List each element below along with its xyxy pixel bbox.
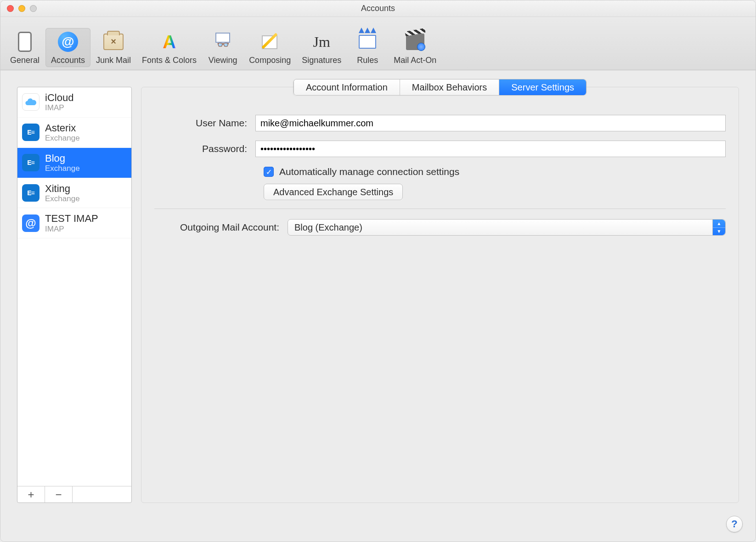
fonts-colors-icon: A (158, 31, 181, 53)
auto-manage-row[interactable]: ✓ Automatically manage connection settin… (264, 166, 726, 177)
zoom-window-button[interactable] (30, 5, 37, 12)
password-label: Password: (154, 143, 255, 154)
toolbar-label: Mail Act-On (394, 56, 436, 65)
toolbar-label: Rules (357, 56, 378, 65)
auto-manage-label: Automatically manage connection settings (279, 166, 459, 177)
preferences-toolbar: General @ Accounts Junk Mail A Fonts & C… (0, 17, 756, 70)
section-divider (154, 209, 726, 209)
password-input[interactable] (255, 141, 726, 157)
outgoing-label: Outgoing Mail Account: (154, 222, 288, 233)
toolbar-composing[interactable]: Composing (243, 28, 296, 67)
password-row: Password: (154, 141, 726, 157)
account-text: TEST IMAPIMAP (45, 213, 98, 233)
account-text: AsterixExchange (45, 122, 80, 143)
toolbar-label: Fonts & Colors (142, 56, 197, 65)
account-type: IMAP (45, 103, 73, 113)
toolbar-mail-act-on[interactable]: Mail Act-On (388, 28, 442, 67)
account-item-test-imap[interactable]: @TEST IMAPIMAP (17, 208, 131, 238)
account-text: iCloudIMAP (45, 92, 73, 113)
username-label: User Name: (154, 118, 255, 129)
sidebar-footer: + − (17, 486, 131, 502)
icloud-icon (22, 93, 39, 111)
minimize-window-button[interactable] (18, 5, 25, 12)
at-icon: @ (22, 215, 39, 232)
close-window-button[interactable] (7, 5, 14, 12)
account-type: Exchange (45, 164, 80, 173)
remove-account-button[interactable]: − (45, 486, 73, 502)
toolbar-viewing[interactable]: 👓 Viewing (202, 28, 243, 67)
sidebar-footer-spacer (73, 486, 131, 502)
general-icon (14, 31, 36, 53)
auto-manage-checkbox[interactable]: ✓ (264, 167, 274, 177)
accounts-list: iCloudIMAPE≡AsterixExchangeE≡BlogExchang… (17, 87, 131, 486)
accounts-sidebar: iCloudIMAPE≡AsterixExchangeE≡BlogExchang… (17, 87, 132, 503)
toolbar-accounts[interactable]: @ Accounts (45, 28, 90, 67)
username-input[interactable] (255, 115, 726, 131)
advanced-exchange-settings-button[interactable]: Advanced Exchange Settings (264, 184, 403, 200)
account-type: IMAP (45, 225, 98, 234)
toolbar-label: Junk Mail (96, 56, 131, 65)
account-name: iCloud (45, 92, 73, 103)
account-text: XitingExchange (45, 183, 80, 203)
account-name: Asterix (45, 122, 80, 134)
preferences-window: Accounts General @ Accounts Junk Mail A … (0, 0, 756, 542)
account-text: BlogExchange (45, 152, 80, 173)
toolbar-junk-mail[interactable]: Junk Mail (90, 28, 136, 67)
toolbar-fonts-colors[interactable]: A Fonts & Colors (136, 28, 202, 67)
select-stepper-icon: ▲▼ (712, 220, 725, 235)
toolbar-label: General (10, 56, 39, 65)
window-title: Accounts (0, 4, 756, 13)
content-area: iCloudIMAPE≡AsterixExchangeE≡BlogExchang… (0, 70, 756, 542)
account-item-blog[interactable]: E≡BlogExchange (17, 148, 131, 178)
account-name: Xiting (45, 183, 80, 194)
account-name: Blog (45, 152, 80, 164)
toolbar-label: Signatures (302, 56, 341, 65)
tab-account-information[interactable]: Account Information (294, 79, 400, 95)
accounts-icon: @ (57, 31, 79, 53)
titlebar: Accounts (0, 0, 756, 17)
exchange-icon: E≡ (22, 184, 39, 202)
mail-act-on-icon (404, 31, 426, 53)
tab-server-settings[interactable]: Server Settings (499, 79, 586, 95)
toolbar-label: Viewing (209, 56, 237, 65)
account-type: Exchange (45, 134, 80, 143)
username-row: User Name: (154, 115, 726, 131)
rules-icon (356, 31, 378, 53)
junk-mail-icon (102, 31, 124, 53)
outgoing-account-value: Blog (Exchange) (294, 222, 362, 233)
account-tabs: Account Information Mailbox Behaviors Se… (293, 79, 587, 96)
account-item-asterix[interactable]: E≡AsterixExchange (17, 118, 131, 148)
outgoing-row: Outgoing Mail Account: Blog (Exchange) ▲… (154, 219, 726, 236)
signatures-icon: Jm (310, 31, 333, 53)
outgoing-account-select[interactable]: Blog (Exchange) ▲▼ (288, 219, 726, 236)
account-name: TEST IMAP (45, 213, 98, 224)
composing-icon (259, 31, 281, 53)
exchange-icon: E≡ (22, 154, 39, 171)
window-controls (0, 5, 37, 12)
help-button[interactable]: ? (726, 516, 743, 532)
account-item-icloud[interactable]: iCloudIMAP (17, 87, 131, 118)
toolbar-general[interactable]: General (4, 28, 45, 67)
account-item-xiting[interactable]: E≡XitingExchange (17, 178, 131, 209)
toolbar-signatures[interactable]: Jm Signatures (296, 28, 347, 67)
add-account-button[interactable]: + (17, 486, 45, 502)
account-type: Exchange (45, 194, 80, 203)
account-detail-panel: Account Information Mailbox Behaviors Se… (141, 87, 739, 503)
toolbar-label: Accounts (51, 56, 85, 65)
server-settings-form: User Name: Password: ✓ Automatically man… (154, 115, 726, 236)
viewing-icon: 👓 (212, 31, 234, 53)
tab-mailbox-behaviors[interactable]: Mailbox Behaviors (400, 79, 499, 95)
toolbar-label: Composing (249, 56, 291, 65)
toolbar-rules[interactable]: Rules (347, 28, 388, 67)
exchange-icon: E≡ (22, 124, 39, 141)
